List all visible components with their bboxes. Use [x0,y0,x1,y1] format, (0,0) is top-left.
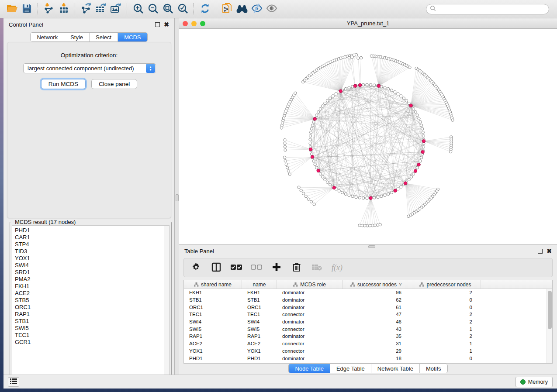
network-node[interactable] [449,150,452,153]
network-node[interactable] [366,83,368,86]
mcds-result-item[interactable]: ACE2 [15,290,164,297]
network-node[interactable] [360,56,362,59]
tab-edge-table[interactable]: Edge Table [330,364,371,373]
network-node[interactable] [315,166,318,169]
network-node[interactable] [338,189,340,192]
mcds-dominator-node[interactable] [317,169,320,172]
network-node[interactable] [324,178,326,181]
network-node[interactable] [387,193,390,195]
network-node[interactable] [408,178,410,181]
mcds-dominator-node[interactable] [353,84,356,87]
network-node[interactable] [384,194,386,196]
hide-selected-button[interactable] [249,2,264,17]
network-graph[interactable] [179,29,557,244]
network-node[interactable] [341,191,343,194]
mcds-dominator-node[interactable] [359,83,362,86]
criterion-dropdown[interactable]: largest connected component (undirected)… [23,63,156,73]
export-image-button[interactable] [108,2,123,17]
splitter-grabber[interactable] [176,194,179,201]
mcds-dominator-node[interactable] [417,163,420,166]
network-node[interactable] [326,99,329,102]
network-node[interactable] [374,224,376,227]
table-scrollbar-thumb[interactable] [548,291,552,329]
refresh-view-button[interactable] [197,2,212,17]
column-header-shared-name[interactable]: shared name [184,280,242,289]
network-node[interactable] [419,160,422,162]
network-node[interactable] [310,131,312,134]
table-row[interactable]: ACE2ACE2connector311 [184,340,552,347]
tab-select[interactable]: Select [90,33,118,41]
network-node[interactable] [390,191,393,194]
network-node[interactable] [310,200,312,203]
table-row[interactable]: RAP1RAP1dominator352 [184,333,552,340]
network-node[interactable] [373,196,375,199]
network-node[interactable] [284,145,286,148]
network-node[interactable] [344,87,347,90]
table-row[interactable]: STB1STB1dominator620 [184,296,552,304]
network-node[interactable] [309,142,311,144]
network-node[interactable] [351,56,353,58]
mcds-dominator-node[interactable] [332,186,336,189]
network-node[interactable] [312,120,315,123]
table-row[interactable]: ORC1ORC1dominator610 [184,303,552,311]
tab-network-table[interactable]: Network Table [371,364,420,373]
mcds-result-item[interactable]: FKH1 [15,283,164,290]
network-node[interactable] [412,172,415,175]
network-node[interactable] [376,224,379,226]
network-node[interactable] [357,57,360,59]
mcds-result-item[interactable]: SWI4 [15,262,164,269]
network-node[interactable] [313,203,315,206]
network-node[interactable] [319,172,322,175]
mcds-result-item[interactable]: SWI5 [15,325,164,332]
network-node[interactable] [410,175,412,178]
mcds-dominator-node[interactable] [377,84,380,87]
mcds-result-item[interactable]: STB1 [15,318,164,325]
network-node[interactable] [348,194,350,196]
show-all-button[interactable] [264,2,279,17]
column-layout-button[interactable] [211,262,221,273]
mcds-dominator-node[interactable] [313,117,316,120]
search-binoculars-button[interactable] [235,2,249,17]
network-node[interactable] [422,131,424,134]
network-node[interactable] [348,86,350,89]
network-node[interactable] [361,224,363,227]
network-node[interactable] [414,110,417,113]
mcds-dominator-node[interactable] [369,196,372,199]
network-node[interactable] [314,163,316,165]
table-row[interactable]: PHD1PHD1dominator180 [184,354,552,362]
network-node[interactable] [284,149,287,151]
network-node[interactable] [358,224,361,227]
mcds-dominator-node[interactable] [311,155,314,158]
network-node[interactable] [380,195,383,198]
network-node[interactable] [412,107,415,110]
tab-node-table[interactable]: Node Table [289,364,330,373]
network-node[interactable] [397,93,399,95]
export-network-button[interactable] [79,2,93,17]
network-node[interactable] [288,173,291,175]
network-node[interactable] [294,92,297,94]
mcds-dominator-node[interactable] [421,150,424,153]
network-node[interactable] [418,117,420,120]
network-node[interactable] [377,196,379,198]
network-node[interactable] [284,159,287,162]
add-column-button[interactable] [271,262,282,273]
network-node[interactable] [286,166,288,169]
zoom-out-button[interactable] [145,2,160,17]
network-node[interactable] [420,156,422,159]
network-node[interactable] [298,186,300,189]
mcds-dominator-node[interactable] [414,169,417,172]
network-node[interactable] [319,107,322,110]
table-row[interactable]: SWI5SWI5connector431 [184,325,552,333]
network-node[interactable] [419,120,422,123]
mcds-result-item[interactable]: GCR1 [15,339,164,346]
show-panels-button[interactable] [8,377,19,387]
network-node[interactable] [309,134,311,137]
network-node[interactable] [315,114,318,117]
network-node[interactable] [344,193,347,195]
zoom-in-button[interactable] [131,2,145,17]
network-node[interactable] [420,124,422,127]
deselect-all-button[interactable] [251,262,262,273]
network-node[interactable] [421,127,424,130]
table-row[interactable]: SWI4SWI4dominator462 [184,318,552,326]
network-node[interactable] [355,53,357,56]
